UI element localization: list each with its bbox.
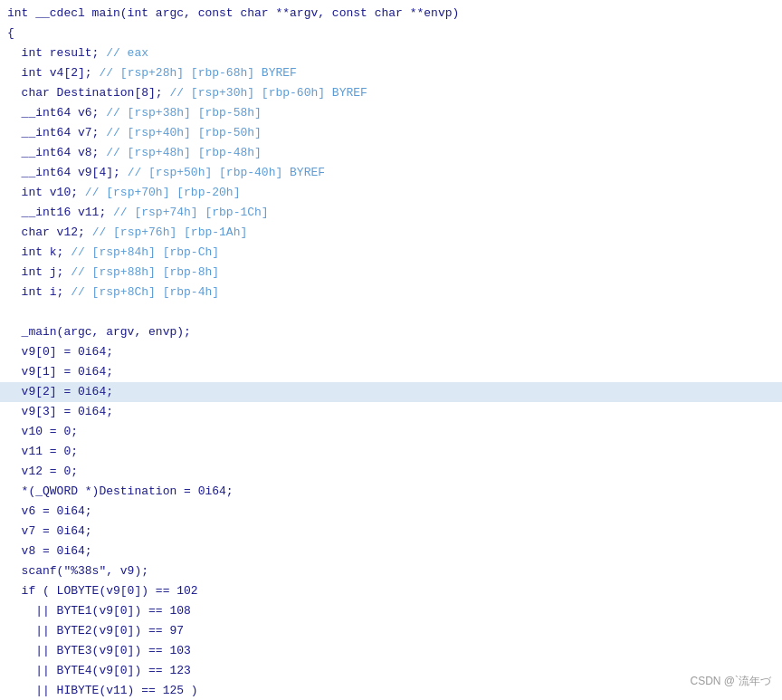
code-segment: || BYTE3(v9[0]) == 103 [7,641,191,661]
code-segment: int v10; [7,183,85,203]
code-line: v9[3] = 0i64; [0,402,782,422]
code-segment: int i; [7,283,71,302]
code-segment: { [7,24,14,43]
code-line: || BYTE2(v9[0]) == 97 [0,621,782,641]
code-segment: // [rsp+50h] [rbp-40h] BYREF [128,163,325,183]
code-line: || BYTE3(v9[0]) == 103 [0,641,782,661]
code-line: int result; // eax [0,43,782,63]
code-line: __int16 v11; // [rsp+74h] [rbp-1Ch] [0,203,782,223]
code-line: __int64 v9[4]; // [rsp+50h] [rbp-40h] BY… [0,163,782,183]
code-segment: char Destination[8]; [7,83,169,103]
code-container: int __cdecl main(int argc, const char **… [0,0,782,700]
code-segment: // [rsp+28h] [rbp-68h] BYREF [99,63,296,83]
code-segment: *(_QWORD *)Destination = 0i64; [7,482,234,502]
code-segment: // eax [106,43,148,63]
code-segment: v11 = 0; [7,442,78,462]
code-segment: || BYTE4(v9[0]) == 123 [7,661,191,681]
code-segment: v9[1] = 0i64; [7,362,113,382]
code-segment: // [rsp+70h] [rbp-20h] [85,183,241,203]
code-segment: int j; [7,263,71,283]
code-segment: char v12; [7,223,92,243]
code-line [0,302,782,322]
code-line: { [0,24,782,43]
code-segment: // [rsp+30h] [rbp-60h] BYREF [169,83,367,103]
code-line: _main(argc, argv, envp); [0,322,782,342]
code-line: int __cdecl main(int argc, const char **… [0,4,782,24]
code-segment: // [rsp+40h] [rbp-50h] [106,123,262,143]
code-line: v9[0] = 0i64; [0,342,782,362]
code-segment: int result; [7,43,106,63]
code-segment: // [rsp+38h] [rbp-58h] [106,103,262,123]
code-segment: __int64 v6; [7,103,106,123]
code-segment: // [rsp+48h] [rbp-48h] [106,143,262,163]
watermark: CSDN @`流年づ [690,674,771,689]
code-line: v11 = 0; [0,442,782,462]
code-line: __int64 v7; // [rsp+40h] [rbp-50h] [0,123,782,143]
code-segment: __int64 v7; [7,123,106,143]
code-line: v7 = 0i64; [0,522,782,542]
code-segment: __int64 v9[4]; [7,163,128,183]
code-line: *(_QWORD *)Destination = 0i64; [0,482,782,502]
code-segment: if ( LOBYTE(v9[0]) == 102 [7,581,198,601]
code-line: char v12; // [rsp+76h] [rbp-1Ah] [0,223,782,243]
code-line: || BYTE4(v9[0]) == 123 [0,661,782,681]
code-line: v8 = 0i64; [0,542,782,561]
code-segment: int __cdecl main(int argc, const char **… [7,4,459,24]
code-segment: v10 = 0; [7,422,78,442]
code-segment: // [rsp+76h] [rbp-1Ah] [92,223,248,243]
code-segment: scanf("%38s", v9); [7,561,148,581]
code-segment: || HIBYTE(v11) == 125 ) [7,681,198,700]
code-line: int v4[2]; // [rsp+28h] [rbp-68h] BYREF [0,63,782,83]
code-line: scanf("%38s", v9); [0,561,782,581]
code-line: v12 = 0; [0,462,782,482]
code-segment: // [rsp+84h] [rbp-Ch] [71,243,219,263]
code-segment: int v4[2]; [7,63,99,83]
code-line: __int64 v6; // [rsp+38h] [rbp-58h] [0,103,782,123]
code-segment: v9[0] = 0i64; [7,342,113,362]
code-segment: v7 = 0i64; [7,522,92,542]
code-segment: // [rsp+8Ch] [rbp-4h] [71,283,219,302]
code-line: v9[1] = 0i64; [0,362,782,382]
code-segment: int k; [7,243,71,263]
code-line: int j; // [rsp+88h] [rbp-8h] [0,263,782,283]
code-line: if ( LOBYTE(v9[0]) == 102 [0,581,782,601]
code-segment: v12 = 0; [7,462,78,482]
code-segment: v6 = 0i64; [7,502,92,522]
code-segment: v9[2] = 0i64; [7,382,113,402]
code-segment: v8 = 0i64; [7,542,92,561]
code-line: int v10; // [rsp+70h] [rbp-20h] [0,183,782,203]
code-segment: __int16 v11; [7,203,113,223]
code-segment: || BYTE1(v9[0]) == 108 [7,601,191,621]
code-line: v9[2] = 0i64; [0,382,782,402]
code-segment: __int64 v8; [7,143,106,163]
code-line: v10 = 0; [0,422,782,442]
code-line: v6 = 0i64; [0,502,782,522]
code-line: char Destination[8]; // [rsp+30h] [rbp-6… [0,83,782,103]
code-line: __int64 v8; // [rsp+48h] [rbp-48h] [0,143,782,163]
code-segment: v9[3] = 0i64; [7,402,113,422]
code-segment: // [rsp+74h] [rbp-1Ch] [113,203,269,223]
code-segment: || BYTE2(v9[0]) == 97 [7,621,184,641]
code-segment: // [rsp+88h] [rbp-8h] [71,263,219,283]
code-line: int i; // [rsp+8Ch] [rbp-4h] [0,283,782,302]
code-line: int k; // [rsp+84h] [rbp-Ch] [0,243,782,263]
code-line: || BYTE1(v9[0]) == 108 [0,601,782,621]
code-segment: _main(argc, argv, envp); [7,322,191,342]
code-line: || HIBYTE(v11) == 125 ) [0,681,782,700]
